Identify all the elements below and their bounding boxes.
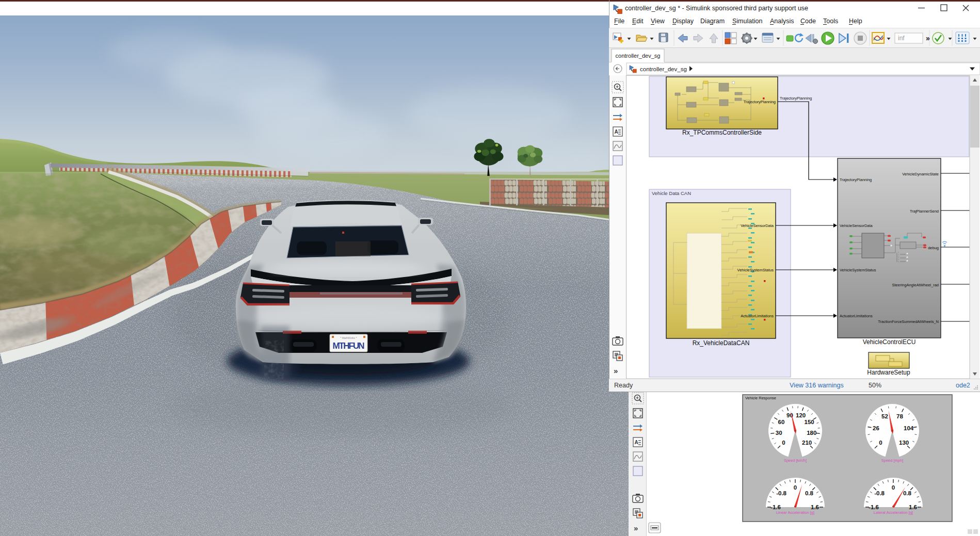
svg-text:150: 150 xyxy=(805,419,814,425)
svg-text:VehicleSystemStatus: VehicleSystemStatus xyxy=(840,268,876,272)
svg-text:26: 26 xyxy=(873,425,879,431)
svg-text:Code: Code xyxy=(800,18,816,25)
svg-text:A: A xyxy=(615,129,618,135)
svg-text:52: 52 xyxy=(881,413,888,419)
svg-text:ActuatorLimitations: ActuatorLimitations xyxy=(741,314,774,318)
svg-text:130: 130 xyxy=(899,440,909,446)
svg-text:Ready: Ready xyxy=(614,382,633,389)
svg-text:Analysis: Analysis xyxy=(770,18,794,25)
svg-text:Diagram: Diagram xyxy=(700,18,725,25)
svg-text:ode2: ode2 xyxy=(956,382,970,389)
svg-text:MTHFUN: MTHFUN xyxy=(333,341,365,351)
svg-text:50%: 50% xyxy=(869,382,881,389)
svg-text:TrajectoryPlanning: TrajectoryPlanning xyxy=(744,100,776,104)
svg-text:TrajectoryPlanning: TrajectoryPlanning xyxy=(840,177,872,182)
svg-text:View 316 warnings: View 316 warnings xyxy=(790,382,844,389)
svg-text:-0.8: -0.8 xyxy=(874,490,885,496)
svg-text:Help: Help xyxy=(849,18,862,25)
svg-text:0: 0 xyxy=(794,484,797,491)
svg-text:1.6: 1.6 xyxy=(811,504,819,510)
svg-text:0.8: 0.8 xyxy=(903,490,912,496)
svg-text:VehicleDynamicState: VehicleDynamicState xyxy=(902,172,939,176)
svg-text:Display: Display xyxy=(672,18,694,25)
svg-text:VehicleControlECU: VehicleControlECU xyxy=(863,338,916,346)
svg-text:-0.8: -0.8 xyxy=(776,490,786,496)
svg-text:TrajPlannerSend: TrajPlannerSend xyxy=(910,209,939,214)
svg-text:controller_dev_sg: controller_dev_sg xyxy=(640,66,687,72)
svg-text:-1.6: -1.6 xyxy=(770,504,781,510)
svg-text:Rx_VehicleDataCAN: Rx_VehicleDataCAN xyxy=(693,339,750,347)
svg-text:»: » xyxy=(926,34,930,42)
svg-text:»: » xyxy=(634,524,638,532)
svg-text:Rx_TPCommsControllerSide: Rx_TPCommsControllerSide xyxy=(682,129,762,136)
svg-text:1.6: 1.6 xyxy=(909,504,917,510)
svg-text:60: 60 xyxy=(778,419,785,425)
svg-text:controller_dev_sg * - Simulink: controller_dev_sg * - Simulink sponsored… xyxy=(625,5,808,12)
svg-text:controller_dev_sg: controller_dev_sg xyxy=(616,53,661,59)
svg-text:Linear Acceleration [g]: Linear Acceleration [g] xyxy=(776,510,814,515)
svg-text:0: 0 xyxy=(879,440,882,446)
svg-text:0.8: 0.8 xyxy=(805,490,814,496)
svg-text:Edit: Edit xyxy=(632,18,644,25)
svg-text:ActuatorLimitations: ActuatorLimitations xyxy=(840,314,873,318)
svg-text:VehicleSystemStatus: VehicleSystemStatus xyxy=(737,268,774,272)
svg-text:View: View xyxy=(651,18,665,25)
svg-text:78: 78 xyxy=(896,413,903,419)
svg-text:Speed [mph]: Speed [mph] xyxy=(881,458,904,463)
svg-text:Vehicle Response: Vehicle Response xyxy=(745,396,776,400)
svg-text:TractionForceSummedAtWheels_N: TractionForceSummedAtWheels_N xyxy=(878,319,939,324)
svg-text:Tools: Tools xyxy=(823,18,838,25)
svg-text:VehicleSensorData: VehicleSensorData xyxy=(840,223,873,228)
svg-text:debug: debug xyxy=(928,246,939,250)
svg-text:HardwareSetup: HardwareSetup xyxy=(867,369,910,376)
svg-text:30: 30 xyxy=(776,430,782,436)
svg-text:TrajectoryPlanning: TrajectoryPlanning xyxy=(780,96,812,101)
svg-text:* MathWorks *: * MathWorks * xyxy=(341,336,357,339)
svg-text:VehicleSensorData: VehicleSensorData xyxy=(741,223,774,228)
svg-text:0: 0 xyxy=(892,484,895,491)
svg-text:SteeringAngleAtWheel_rad: SteeringAngleAtWheel_rad xyxy=(892,283,939,287)
svg-text:0: 0 xyxy=(782,440,785,446)
svg-text:inf: inf xyxy=(898,35,905,42)
svg-text:104: 104 xyxy=(904,425,914,431)
svg-text:File: File xyxy=(614,18,624,25)
svg-text:-1.6: -1.6 xyxy=(869,504,879,510)
svg-text:Speed [km/h]: Speed [km/h] xyxy=(784,458,807,463)
svg-text:120: 120 xyxy=(796,412,806,418)
svg-text:»: » xyxy=(614,366,618,375)
svg-text:210: 210 xyxy=(802,440,812,446)
svg-text:Lateral Acceleration [g]: Lateral Acceleration [g] xyxy=(874,510,913,515)
svg-text:Vehicle Data CAN: Vehicle Data CAN xyxy=(652,190,691,196)
svg-text:A: A xyxy=(635,440,638,445)
svg-text:180: 180 xyxy=(807,430,816,436)
svg-text:Simulation: Simulation xyxy=(732,18,762,25)
